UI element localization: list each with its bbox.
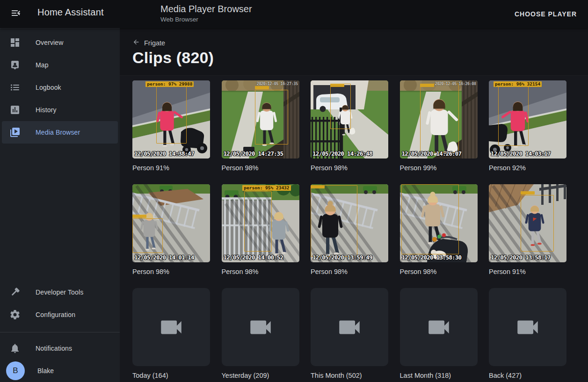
folder-label: This Month (502) xyxy=(311,371,388,380)
page-subtitle: Web Browser xyxy=(160,15,252,24)
breadcrumb-label: Frigate xyxy=(144,39,165,47)
detection-label-small xyxy=(521,191,535,195)
folder-tile[interactable] xyxy=(311,288,388,366)
clip-item[interactable]: 12/05/2020 14:26:48Person 98% xyxy=(311,80,388,173)
clip-item[interactable]: 2020-12-05 16:27:3512/05/2020 14:27:35Pe… xyxy=(222,80,299,173)
sidebar-item-developer-tools[interactable]: Developer Tools xyxy=(2,281,118,303)
folder-label: Today (164) xyxy=(132,371,210,380)
detection-label-small xyxy=(311,185,325,188)
avatar: B xyxy=(6,361,25,380)
camera-osd-timestamp: 2020-12-05 16:26:08 xyxy=(435,81,476,86)
sidebar-item-logbook[interactable]: Logbook xyxy=(2,76,118,99)
folder-tile[interactable] xyxy=(132,288,210,366)
map-icon xyxy=(9,59,21,71)
clip-label: Person 98% xyxy=(222,163,299,173)
sidebar-item-profile[interactable]: B Blake xyxy=(2,360,118,382)
detection-bbox xyxy=(156,86,187,144)
clip-item[interactable]: 2020-12-05 16:26:0812/05/2020 14:26:07Pe… xyxy=(400,80,478,173)
sidebar-item-map[interactable]: Map xyxy=(2,54,118,76)
sidebar-item-label: Configuration xyxy=(36,311,75,318)
devtools-icon xyxy=(9,287,21,298)
clip-thumbnail[interactable]: 2020-12-05 16:27:3512/05/2020 14:27:35 xyxy=(222,80,299,159)
app-header: Home Assistant Media Player Browser Web … xyxy=(0,0,588,28)
sidebar-item-label: Media Browser xyxy=(36,129,80,136)
clip-thumbnail[interactable]: person: 95% 2343212/05/2020 14:00:52 xyxy=(222,184,299,262)
clip-timestamp: 12/05/2020 14:27:35 xyxy=(224,150,283,157)
clip-thumbnail[interactable]: 12/05/2020 13:58:17 xyxy=(489,184,566,262)
sidebar-item-label: Overview xyxy=(36,39,64,46)
clip-thumbnail[interactable]: person: 96% 3215412/05/2020 14:03:17 xyxy=(489,80,566,159)
sidebar-spacer xyxy=(0,144,120,281)
detection-bbox xyxy=(244,191,272,252)
main-content: Frigate Clips (820) person: 97% 2998812/… xyxy=(120,28,588,382)
menu-toggle-button[interactable] xyxy=(7,6,24,22)
media-folder-item[interactable]: Today (164) xyxy=(132,288,210,380)
app-root: Home Assistant Media Player Browser Web … xyxy=(0,0,588,382)
sidebar-main-items: OverviewMapLogbookHistoryMedia Browser xyxy=(0,31,120,144)
clip-timestamp: 12/05/2020 14:26:07 xyxy=(402,150,462,157)
clip-thumbnail[interactable]: 12/05/2020 13:58:30 xyxy=(400,184,478,262)
video-icon xyxy=(247,314,274,341)
clip-item[interactable]: 12/05/2020 14:01:14Person 98% xyxy=(132,184,210,276)
clip-thumbnail[interactable]: 12/05/2020 14:26:48 xyxy=(311,80,388,159)
clip-label: Person 92% xyxy=(489,163,566,173)
section-title: Clips (820) xyxy=(132,49,214,67)
media-grid: person: 97% 2998812/05/2020 14:38:47Pers… xyxy=(132,80,566,380)
clip-item[interactable]: person: 97% 2998812/05/2020 14:38:47Pers… xyxy=(132,80,210,173)
sidebar-item-history[interactable]: History xyxy=(2,99,118,121)
video-icon xyxy=(514,314,541,341)
media-folder-item[interactable]: Back (427) xyxy=(489,288,566,380)
sidebar-item-label: Notifications xyxy=(36,345,72,352)
content-header: Frigate Clips (820) xyxy=(120,28,588,76)
clip-thumbnail[interactable]: 12/05/2020 13:59:49 xyxy=(311,184,388,262)
sidebar-item-label: Map xyxy=(36,61,49,69)
folder-tile[interactable] xyxy=(489,288,566,366)
clip-item[interactable]: person: 95% 2343212/05/2020 14:00:52Pers… xyxy=(222,184,299,276)
detection-label: person: 95% 23432 xyxy=(242,185,290,191)
detection-label-small xyxy=(420,84,434,87)
detection-bbox xyxy=(420,84,459,152)
media-folder-item[interactable]: Yesterday (209) xyxy=(222,288,299,380)
folder-tile[interactable] xyxy=(400,288,478,366)
breadcrumb-back[interactable]: Frigate xyxy=(132,38,165,47)
folder-label: Last Month (318) xyxy=(400,371,478,380)
detection-bbox xyxy=(132,218,163,252)
sidebar-item-overview[interactable]: Overview xyxy=(2,31,118,54)
detection-label-small xyxy=(255,86,269,89)
folder-tile[interactable] xyxy=(222,288,299,366)
clip-timestamp: 12/05/2020 13:58:30 xyxy=(402,254,462,261)
clip-timestamp: 12/05/2020 14:01:14 xyxy=(134,254,194,261)
page-head: Media Player Browser Web Browser xyxy=(160,3,252,24)
camera-osd-timestamp: 2020-12-05 16:27:35 xyxy=(257,81,298,86)
clip-thumbnail[interactable]: 2020-12-05 16:26:0812/05/2020 14:26:07 xyxy=(400,80,478,159)
sidebar-item-configuration[interactable]: Configuration xyxy=(2,303,118,326)
detection-bbox xyxy=(401,184,459,254)
video-icon xyxy=(425,314,452,341)
clip-thumbnail[interactable]: person: 97% 2998812/05/2020 14:38:47 xyxy=(132,80,210,159)
media-folder-item[interactable]: Last Month (318) xyxy=(400,288,478,380)
clip-thumbnail[interactable]: 12/05/2020 14:01:14 xyxy=(132,184,210,262)
choose-player-button[interactable]: CHOOSE PLAYER xyxy=(512,0,580,28)
sidebar-item-notifications[interactable]: Notifications xyxy=(2,337,118,360)
sidebar-item-label: Developer Tools xyxy=(36,288,83,296)
clip-item[interactable]: person: 96% 3215412/05/2020 14:03:17Pers… xyxy=(489,80,566,173)
app-title: Home Assistant xyxy=(37,7,104,18)
detection-label: person: 96% 32154 xyxy=(494,81,542,87)
folder-label: Yesterday (209) xyxy=(222,371,299,380)
page-title: Media Player Browser xyxy=(160,3,252,15)
detection-bbox xyxy=(311,185,357,257)
detection-bbox xyxy=(330,84,351,129)
user-name: Blake xyxy=(37,367,54,375)
sidebar-bottom-items: Developer ToolsConfiguration xyxy=(0,281,120,326)
clip-timestamp: 12/05/2020 13:58:17 xyxy=(491,254,551,261)
clip-timestamp: 12/05/2020 14:03:17 xyxy=(491,150,551,157)
clip-item[interactable]: 12/05/2020 13:58:30Person 98% xyxy=(400,184,478,276)
media-folder-item[interactable]: This Month (502) xyxy=(311,288,388,380)
detection-bbox xyxy=(255,90,288,144)
sidebar-item-media-browser[interactable]: Media Browser xyxy=(2,121,118,144)
clip-label: Person 99% xyxy=(400,163,478,173)
sidebar-divider xyxy=(0,332,120,332)
clip-item[interactable]: 12/05/2020 13:59:49Person 98% xyxy=(311,184,388,276)
clip-item[interactable]: 12/05/2020 13:58:17Person 91% xyxy=(489,184,566,276)
clip-label: Person 98% xyxy=(222,267,299,276)
